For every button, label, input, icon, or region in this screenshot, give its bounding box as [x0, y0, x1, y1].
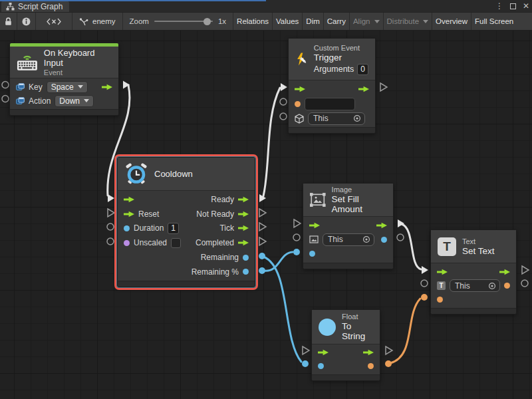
keyboard-key-outer-port[interactable]: [2, 82, 9, 88]
tostring-input-connector[interactable]: [302, 360, 309, 367]
node-header[interactable]: Float To String: [312, 310, 380, 344]
text-value-port[interactable]: [437, 297, 443, 303]
node-header[interactable]: Custom Event Trigger Arguments 0: [289, 39, 375, 80]
action-dropdown[interactable]: Down: [55, 95, 94, 107]
wire-setfill-to-settext[interactable]: [402, 224, 421, 269]
node-to-string[interactable]: Float To String: [311, 309, 380, 381]
cooldown-notready-connector[interactable]: [259, 209, 266, 217]
flow-out-port[interactable]: [363, 349, 374, 356]
lock-button[interactable]: [0, 13, 17, 30]
values-button[interactable]: Values: [273, 13, 303, 30]
setfill-target-outer-port[interactable]: [293, 234, 300, 241]
distribute-dropdown-button[interactable]: Distribute: [384, 13, 433, 30]
flow-in-port[interactable]: [437, 269, 448, 275]
flow-out-port[interactable]: [499, 269, 510, 275]
flow-in-port[interactable]: [309, 222, 320, 229]
flow-in-port[interactable]: [295, 86, 305, 92]
graph-breadcrumb[interactable]: enemy: [72, 13, 123, 30]
target-object-picker[interactable]: This: [323, 233, 374, 246]
node-header[interactable]: Image Set Fill Amount: [303, 184, 393, 217]
settext-flow-in-connector[interactable]: [422, 266, 428, 274]
node-set-fill-amount[interactable]: Image Set Fill Amount Th: [303, 183, 394, 269]
reset-flow-port[interactable]: [124, 211, 134, 217]
tab-script-graph[interactable]: Script Graph: [1, 1, 69, 12]
remaining-port[interactable]: [243, 255, 249, 261]
cooldown-reset-connector[interactable]: [108, 209, 114, 217]
duration-value-field[interactable]: 1: [168, 223, 179, 234]
float-input-port[interactable]: [318, 363, 324, 369]
zoom-slider[interactable]: [154, 21, 213, 22]
carry-button[interactable]: Carry: [324, 13, 350, 30]
remainingpct-port[interactable]: [243, 269, 249, 275]
settext-value-connector[interactable]: [421, 294, 428, 301]
dim-button[interactable]: Dim: [303, 13, 323, 30]
flow-out-port[interactable]: [102, 84, 112, 90]
setfill-result-outer-port[interactable]: [397, 234, 404, 241]
settext-flow-out-connector[interactable]: [522, 266, 529, 274]
wire-ready-to-trigger[interactable]: [263, 88, 280, 196]
result-port[interactable]: [381, 237, 387, 243]
graph-canvas[interactable]: On Keyboard Input Event Key Space: [0, 31, 532, 399]
settext-result-outer-port[interactable]: [521, 280, 528, 287]
tostring-flow-out-connector[interactable]: [386, 346, 392, 354]
node-header[interactable]: T Text Set Text: [431, 230, 516, 263]
tostring-output-connector[interactable]: [385, 360, 392, 367]
wire-tostring-to-settext[interactable]: [390, 299, 420, 363]
key-dropdown[interactable]: Space: [47, 81, 88, 93]
duration-port[interactable]: [124, 225, 130, 231]
align-dropdown-button[interactable]: Align: [350, 13, 384, 30]
tick-flow-port[interactable]: [238, 225, 249, 231]
maximize-icon[interactable]: [510, 3, 516, 9]
wire-remainingpct-to-fillamount[interactable]: [263, 252, 293, 271]
cooldown-tick-connector[interactable]: [259, 223, 266, 231]
target-object-picker[interactable]: This: [308, 112, 365, 125]
notready-flow-port[interactable]: [238, 211, 249, 217]
trigger-flow-out-connector[interactable]: [380, 83, 387, 91]
keyboard-action-outer-port[interactable]: [2, 96, 9, 102]
trigger-name-outer-port[interactable]: [280, 98, 287, 105]
target-object-picker[interactable]: This: [450, 279, 500, 292]
setfill-flow-out-connector[interactable]: [398, 219, 404, 227]
cooldown-unscaled-outer-port[interactable]: [107, 238, 114, 245]
unscaled-port[interactable]: [124, 240, 130, 246]
node-on-keyboard-input[interactable]: On Keyboard Input Event Key Space: [9, 43, 119, 116]
settext-target-outer-port[interactable]: [421, 280, 428, 287]
flow-in-port[interactable]: [124, 196, 134, 203]
event-name-port[interactable]: [295, 101, 301, 107]
cooldown-remaining-connector[interactable]: [259, 253, 265, 259]
setfill-amount-connector[interactable]: [293, 249, 300, 255]
cooldown-remainingpct-connector[interactable]: [259, 267, 265, 274]
zoom-slider-handle[interactable]: [203, 18, 211, 25]
event-name-input[interactable]: [305, 98, 355, 110]
unscaled-checkbox[interactable]: [171, 238, 181, 248]
code-view-button[interactable]: [36, 13, 72, 30]
tostring-flow-in-connector[interactable]: [303, 346, 309, 354]
cooldown-completed-connector[interactable]: [259, 237, 266, 245]
node-header[interactable]: On Keyboard Input Event: [10, 47, 118, 78]
ready-flow-port[interactable]: [238, 196, 249, 203]
trigger-target-outer-port[interactable]: [280, 113, 287, 120]
fill-amount-port[interactable]: [309, 251, 315, 257]
full-screen-button[interactable]: Full Screen: [471, 13, 517, 30]
setfill-flow-in-connector[interactable]: [294, 219, 301, 227]
flow-out-port[interactable]: [358, 86, 369, 92]
node-set-text[interactable]: T Text Set Text T This: [430, 229, 517, 315]
kebab-menu-icon[interactable]: ⋮: [495, 1, 503, 11]
cooldown-duration-outer-port[interactable]: [107, 223, 114, 230]
close-icon[interactable]: ✕: [523, 1, 529, 11]
cooldown-flow-in-connector[interactable]: [108, 194, 114, 202]
relations-button[interactable]: Relations: [233, 13, 273, 30]
result-port[interactable]: [504, 283, 510, 289]
node-header[interactable]: Cooldown: [118, 158, 255, 191]
completed-flow-port[interactable]: [238, 239, 249, 246]
trigger-flow-in-connector[interactable]: [281, 83, 287, 91]
node-trigger-custom-event[interactable]: Custom Event Trigger Arguments 0: [288, 38, 376, 134]
flow-out-port[interactable]: [376, 222, 387, 229]
node-cooldown[interactable]: Cooldown Ready Reset Not Ready Duration1…: [117, 157, 255, 287]
wire-remaining-to-tostring[interactable]: [263, 257, 301, 362]
flow-in-port[interactable]: [318, 349, 329, 356]
overview-button[interactable]: Overview: [432, 13, 471, 30]
string-output-port[interactable]: [368, 363, 374, 369]
arguments-value-field[interactable]: 0: [357, 64, 368, 75]
info-button[interactable]: [17, 13, 36, 30]
